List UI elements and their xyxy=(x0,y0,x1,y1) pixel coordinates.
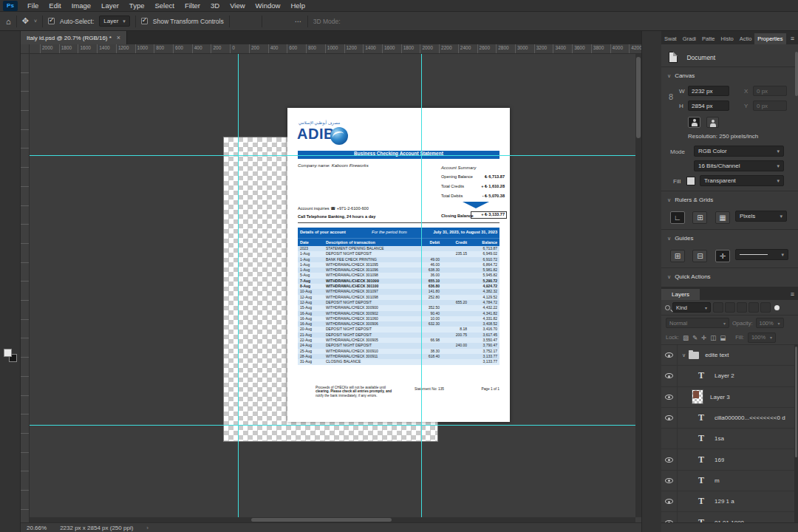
layer-row[interactable]: ∨ T 01.01.1990 xyxy=(661,512,798,522)
brush-tool[interactable] xyxy=(0,148,21,162)
layer-row[interactable]: ∨ T Layer 3 xyxy=(661,387,798,408)
type-tool[interactable] xyxy=(0,260,21,274)
toggle-guides-icon[interactable]: ⊞ xyxy=(670,250,685,262)
menu-item[interactable]: Type xyxy=(124,0,150,11)
dodge-tool[interactable] xyxy=(0,232,21,246)
opacity-field[interactable]: 100%▾ xyxy=(756,318,784,328)
visibility-toggle[interactable] xyxy=(661,345,678,365)
canvas-area[interactable]: مصرف أبوظبي الإسلامي ADIB Business Check… xyxy=(30,54,635,517)
zoom-level[interactable]: 20.66% xyxy=(27,525,47,531)
chevron-down-icon[interactable]: ˅ xyxy=(34,18,37,24)
color-swatches[interactable] xyxy=(4,349,17,362)
visibility-toggle[interactable] xyxy=(661,429,678,449)
guide-vertical-2[interactable] xyxy=(421,54,422,517)
landscape-orientation-button[interactable] xyxy=(706,117,719,128)
pen-tool[interactable] xyxy=(0,246,21,260)
toggle-pixel-grid-icon[interactable]: ▦ xyxy=(715,211,730,224)
layer-row[interactable]: ∨ T 169 xyxy=(661,449,798,470)
vertical-ruler[interactable] xyxy=(21,54,30,522)
status-chevron-icon[interactable]: › xyxy=(146,525,149,531)
filter-pin-icon[interactable] xyxy=(774,305,780,310)
rulers-grids-section-header[interactable]: ∨Rulers & Grids xyxy=(661,197,798,203)
layer-row[interactable]: ∨ T m xyxy=(661,471,798,491)
layer-row[interactable]: ∨ T Layer 2 xyxy=(661,366,798,386)
lock-all-icon[interactable]: ⬓ xyxy=(720,334,726,341)
tab-patterns[interactable]: Patte xyxy=(699,33,718,44)
tab-properties[interactable]: Properties xyxy=(754,33,785,44)
tab-gradients[interactable]: Gradi xyxy=(680,33,699,44)
menu-item[interactable]: Filter xyxy=(180,0,205,11)
filter-adjustment-layers-icon[interactable] xyxy=(725,302,735,313)
quick-selection-tool[interactable] xyxy=(0,78,21,92)
guide-vertical-1[interactable] xyxy=(238,54,239,517)
auto-select-checkbox[interactable] xyxy=(48,18,55,24)
eraser-tool[interactable] xyxy=(0,190,21,204)
tab-layers[interactable]: Layers xyxy=(661,289,700,300)
scrollbar-thumb[interactable] xyxy=(251,518,392,522)
blur-tool[interactable] xyxy=(0,218,21,232)
menu-item[interactable]: Edit xyxy=(44,0,66,11)
layer-name[interactable]: Layer 3 xyxy=(710,394,730,400)
path-selection-tool[interactable] xyxy=(0,274,21,288)
clone-stamp-tool[interactable] xyxy=(0,162,21,176)
visibility-toggle[interactable] xyxy=(661,387,678,407)
layer-row[interactable]: ∨ T edite text xyxy=(661,345,798,366)
layer-name[interactable]: cilla000000...<<<<<<<<0 d xyxy=(715,415,785,421)
layer-name[interactable]: Layer 2 xyxy=(715,372,734,379)
lock-guides-icon[interactable]: ⊟ xyxy=(692,250,707,262)
document-tab[interactable]: Italy id.psd @ 20.7% (RGB/16) * × xyxy=(21,31,127,44)
filter-type-layers-icon[interactable] xyxy=(737,302,747,313)
hand-tool[interactable] xyxy=(0,302,21,316)
layer-row[interactable]: ∨ T 1sa xyxy=(661,429,798,449)
menu-item[interactable]: Help xyxy=(285,0,310,11)
move-tool[interactable] xyxy=(0,35,21,50)
lock-pixels-icon[interactable]: ✎ xyxy=(692,334,698,341)
eyedropper-tool[interactable] xyxy=(0,120,21,134)
menu-item[interactable]: Select xyxy=(149,0,179,11)
visibility-toggle[interactable] xyxy=(661,512,678,522)
menu-item[interactable]: 3D xyxy=(205,0,225,11)
menu-item[interactable]: Layer xyxy=(96,0,124,11)
height-field[interactable]: 2854 px xyxy=(688,100,729,111)
horizontal-scrollbar[interactable] xyxy=(30,517,635,522)
tab-actions[interactable]: Actio xyxy=(737,33,755,44)
visibility-toggle[interactable] xyxy=(661,449,678,469)
edit-toolbar-icon[interactable] xyxy=(0,330,21,344)
link-dimensions-icon[interactable]: 8 xyxy=(669,92,673,101)
more-options-icon[interactable]: ⋯ xyxy=(294,18,302,25)
gradient-tool[interactable] xyxy=(0,204,21,218)
layer-row[interactable]: ∨ T 129 1 a xyxy=(661,491,798,512)
layer-name[interactable]: 169 xyxy=(715,457,724,463)
frame-tool[interactable] xyxy=(0,106,21,120)
portrait-orientation-button[interactable] xyxy=(688,117,700,128)
blend-mode-dropdown[interactable]: Normal▾ xyxy=(666,318,729,328)
horizontal-ruler[interactable]: 2000180016001400120010008006004002000200… xyxy=(30,44,641,54)
layer-name[interactable]: m xyxy=(715,477,720,484)
tab-swatches[interactable]: Swat xyxy=(661,33,680,44)
layer-row[interactable]: ∨ T cilla000000...<<<<<<<<0 d xyxy=(661,408,798,429)
layer-fill-field[interactable]: 100%▾ xyxy=(748,332,776,343)
move-tool-icon[interactable]: ✥ xyxy=(22,16,29,26)
close-icon[interactable]: × xyxy=(117,34,120,41)
auto-select-dropdown[interactable]: Layer▾ xyxy=(99,16,130,27)
toggle-rulers-icon[interactable]: ∟ xyxy=(670,211,685,224)
fill-swatch[interactable] xyxy=(686,177,695,185)
guides-section-header[interactable]: ∨Guides xyxy=(661,235,798,242)
fill-dropdown[interactable]: Transparent▾ xyxy=(700,175,784,186)
lock-artboard-icon[interactable]: ◫ xyxy=(710,334,716,341)
shape-tool[interactable] xyxy=(0,288,21,302)
panel-menu-icon[interactable]: ≡ xyxy=(791,35,798,44)
color-mode-dropdown[interactable]: RGB Color▾ xyxy=(694,146,784,157)
history-brush-tool[interactable] xyxy=(0,176,21,190)
menu-item[interactable]: File xyxy=(22,0,44,11)
healing-brush-tool[interactable] xyxy=(0,134,21,148)
lasso-tool[interactable] xyxy=(0,64,21,78)
clear-guides-icon[interactable]: ✛ xyxy=(715,250,730,262)
menu-item[interactable]: Image xyxy=(66,0,96,11)
crop-tool[interactable] xyxy=(0,92,21,106)
home-icon[interactable]: ⌂ xyxy=(6,17,11,26)
foreground-color-swatch[interactable] xyxy=(4,349,12,357)
filter-shape-layers-icon[interactable] xyxy=(748,302,759,313)
vertical-scrollbar[interactable] xyxy=(635,54,641,517)
menu-item[interactable]: Window xyxy=(250,0,286,11)
